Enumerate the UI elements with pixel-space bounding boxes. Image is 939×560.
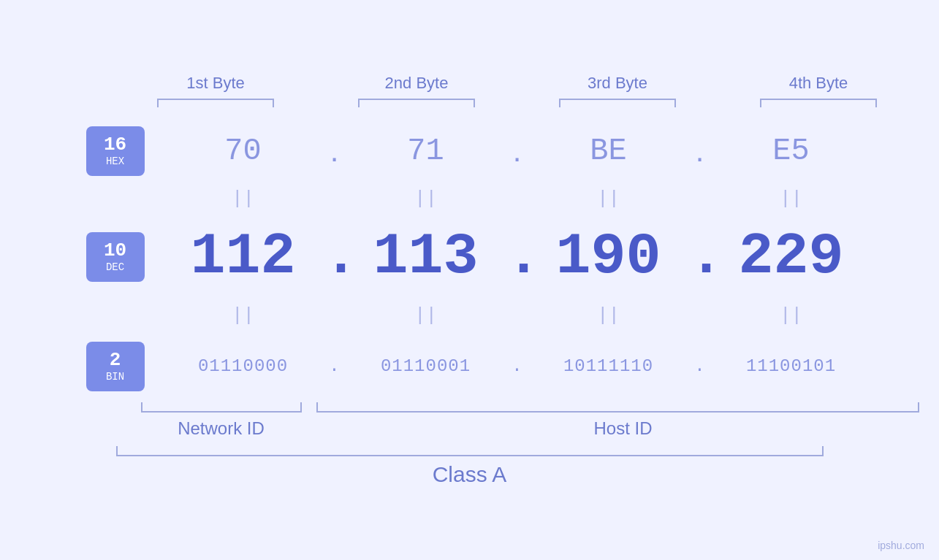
- class-area: Class A: [68, 446, 872, 487]
- dot-bin-2: .: [506, 356, 528, 376]
- dec-val-2: 113: [346, 223, 506, 290]
- dot-hex-3: .: [689, 134, 711, 169]
- eq-sym-7: ||: [528, 304, 689, 326]
- host-id-label: Host ID: [327, 418, 919, 439]
- byte-headers: 1st Byte 2nd Byte 3rd Byte 4th Byte: [115, 74, 919, 93]
- dec-row: 112 . 113 . 190 . 229: [163, 217, 872, 297]
- byte-header-1: 1st Byte: [115, 74, 316, 93]
- hex-val-3: BE: [528, 134, 689, 169]
- bin-badge-label: BIN: [106, 371, 124, 383]
- hex-badge: 16 HEX: [86, 126, 145, 176]
- labels-column: 16 HEX 10 DEC 2 BIN: [68, 122, 163, 399]
- byte-header-2: 2nd Byte: [316, 74, 517, 93]
- bin-val-2: 01110001: [346, 356, 506, 376]
- bin-badge-num: 2: [110, 350, 121, 371]
- bracket-top-4: [760, 99, 877, 107]
- eq-sym-6: ||: [346, 304, 506, 326]
- bottom-labels: Network ID Host ID: [115, 418, 919, 439]
- dot-hex-1: .: [324, 134, 346, 169]
- eq-sym-3: ||: [528, 188, 689, 210]
- bottom-section: Network ID Host ID: [115, 399, 919, 439]
- content-area: 16 HEX 10 DEC 2 BIN: [68, 122, 872, 399]
- class-bracket: [116, 446, 824, 456]
- bracket-top-2: [358, 99, 475, 107]
- values-grid: 70 . 71 . BE . E5 || || || || 112: [163, 122, 872, 399]
- dot-hex-2: .: [506, 134, 528, 169]
- eq-sym-8: ||: [711, 304, 872, 326]
- bracket-top-3: [559, 99, 676, 107]
- hex-badge-label: HEX: [106, 156, 124, 167]
- dec-val-3: 190: [528, 223, 689, 290]
- network-id-label: Network ID: [115, 418, 327, 439]
- eq-sym-2: ||: [346, 188, 506, 210]
- dec-val-1: 112: [163, 223, 324, 290]
- dot-dec-1: .: [324, 223, 346, 290]
- bottom-brackets: [115, 402, 919, 413]
- dot-bin-1: .: [324, 356, 346, 376]
- dot-dec-3: .: [689, 223, 711, 290]
- bin-val-1: 01110000: [163, 356, 324, 376]
- eq-row-2: || || || ||: [163, 297, 872, 334]
- eq-row-1: || || || ||: [163, 180, 872, 217]
- eq-sym-1: ||: [163, 188, 324, 210]
- hex-val-4: E5: [711, 134, 872, 169]
- network-id-bracket: [141, 402, 302, 413]
- dot-dec-2: .: [506, 223, 528, 290]
- eq-sym-4: ||: [711, 188, 872, 210]
- byte-header-4: 4th Byte: [718, 74, 919, 93]
- dec-badge-label: DEC: [106, 261, 124, 273]
- eq-sym-5: ||: [163, 304, 324, 326]
- dot-bin-3: .: [689, 356, 711, 376]
- hex-row: 70 . 71 . BE . E5: [163, 122, 872, 180]
- bin-val-4: 11100101: [711, 356, 872, 376]
- bracket-top-1: [157, 99, 274, 107]
- watermark: ipshu.com: [878, 540, 924, 551]
- hex-badge-num: 16: [104, 134, 126, 156]
- bin-val-3: 10111110: [528, 356, 689, 376]
- host-id-bracket: [316, 402, 919, 413]
- bin-badge: 2 BIN: [86, 342, 145, 391]
- hex-val-1: 70: [163, 134, 324, 169]
- dec-badge-num: 10: [104, 240, 126, 261]
- dec-val-4: 229: [711, 223, 872, 290]
- top-brackets: [115, 99, 919, 107]
- hex-val-2: 71: [346, 134, 506, 169]
- byte-header-3: 3rd Byte: [517, 74, 718, 93]
- bin-row: 01110000 . 01110001 . 10111110 . 1110010…: [163, 334, 872, 399]
- main-container: 1st Byte 2nd Byte 3rd Byte 4th Byte 16 H…: [68, 74, 872, 487]
- class-label: Class A: [433, 462, 507, 487]
- dec-badge: 10 DEC: [86, 232, 145, 282]
